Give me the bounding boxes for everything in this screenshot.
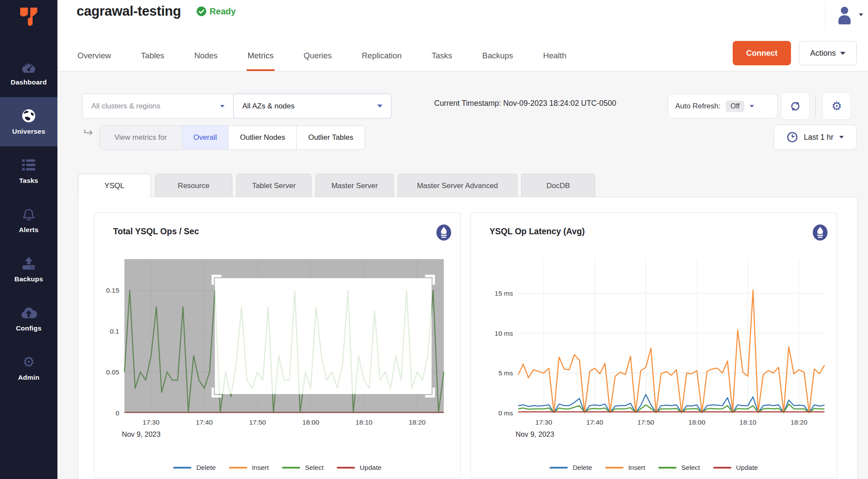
clock-icon bbox=[787, 132, 798, 143]
dashboard-icon bbox=[21, 59, 37, 74]
auto-refresh-control[interactable]: Auto Refresh: Off bbox=[668, 94, 778, 118]
sidebar-item-dashboard[interactable]: Dashboard bbox=[0, 48, 57, 97]
prometheus-link-button[interactable] bbox=[436, 224, 452, 242]
view-option-overall[interactable]: Overall bbox=[182, 126, 229, 149]
legend-item-update[interactable]: Update bbox=[337, 464, 382, 472]
tab-replication[interactable]: Replication bbox=[361, 51, 402, 71]
refresh-button[interactable] bbox=[781, 92, 810, 120]
svg-text:18:00: 18:00 bbox=[302, 418, 319, 426]
svg-text:0.15: 0.15 bbox=[106, 287, 119, 294]
tab-overview[interactable]: Overview bbox=[77, 51, 112, 71]
gear-icon: ⚙ bbox=[831, 99, 842, 113]
chevron-down-icon bbox=[750, 105, 754, 108]
tab-tables[interactable]: Tables bbox=[140, 51, 165, 71]
azs-nodes-select[interactable]: All AZs & nodes bbox=[233, 94, 392, 118]
check-circle-icon bbox=[197, 7, 206, 16]
svg-text:0 ms: 0 ms bbox=[498, 409, 513, 417]
svg-text:17:40: 17:40 bbox=[196, 418, 213, 426]
metric-tab-tablet-server[interactable]: Tablet Server bbox=[236, 174, 312, 197]
legend-item-insert[interactable]: Insert bbox=[605, 464, 645, 472]
sidebar-item-label: Configs bbox=[16, 324, 41, 332]
backups-icon bbox=[21, 256, 36, 271]
view-option-outlier-tables[interactable]: Outlier Tables bbox=[297, 126, 365, 149]
legend-item-delete[interactable]: Delete bbox=[550, 464, 592, 472]
tab-metrics[interactable]: Metrics bbox=[247, 51, 275, 71]
metric-tab-master-server[interactable]: Master Server bbox=[315, 174, 394, 197]
svg-text:18:20: 18:20 bbox=[791, 418, 808, 426]
svg-text:15 ms: 15 ms bbox=[495, 290, 513, 297]
filters-row: All clusters & regions All AZs & nodes C… bbox=[57, 71, 868, 124]
legend-swatch bbox=[658, 467, 677, 469]
sidebar-item-configs[interactable]: Configs bbox=[0, 294, 57, 343]
clusters-regions-value: All clusters & regions bbox=[91, 102, 161, 111]
current-timestamp: Current Timestamp: Nov-09-2023 18:24:02 … bbox=[434, 99, 616, 108]
svg-text:Nov 9, 2023: Nov 9, 2023 bbox=[122, 430, 161, 438]
legend-label: Update bbox=[736, 464, 758, 472]
legend-item-insert[interactable]: Insert bbox=[229, 464, 269, 472]
auto-refresh-label: Auto Refresh: bbox=[675, 102, 721, 111]
legend-label: Select bbox=[681, 464, 700, 472]
svg-text:0.1: 0.1 bbox=[110, 327, 119, 335]
chevron-down-icon bbox=[220, 105, 225, 108]
tab-queries[interactable]: Queries bbox=[303, 51, 333, 71]
sidebar-item-universes[interactable]: Universes bbox=[0, 97, 57, 146]
view-option-outlier-nodes[interactable]: Outlier Nodes bbox=[228, 126, 297, 149]
yugabyte-logo-icon bbox=[18, 5, 40, 29]
svg-text:0.05: 0.05 bbox=[106, 368, 119, 376]
configs-icon bbox=[20, 305, 37, 320]
tab-nodes[interactable]: Nodes bbox=[194, 51, 218, 71]
chevron-down-icon bbox=[859, 13, 863, 16]
metric-group-tabs: YSQLResourceTablet ServerMaster ServerMa… bbox=[78, 174, 595, 197]
chart-plot-area[interactable]: 00.050.10.1517:3017:4017:5018:0018:1018:… bbox=[94, 243, 461, 443]
prometheus-link-button[interactable] bbox=[812, 224, 828, 242]
settings-button[interactable]: ⚙ bbox=[822, 92, 851, 120]
legend-swatch bbox=[713, 467, 731, 469]
metric-tab-master-server-advanced[interactable]: Master Server Advanced bbox=[398, 174, 517, 197]
legend-item-select[interactable]: Select bbox=[658, 464, 700, 472]
actions-label: Actions bbox=[810, 49, 836, 58]
legend-label: Delete bbox=[573, 464, 592, 472]
clusters-regions-select[interactable]: All clusters & regions bbox=[82, 94, 234, 118]
actions-button[interactable]: Actions bbox=[799, 41, 857, 65]
universes-icon bbox=[21, 108, 36, 124]
time-range-select[interactable]: Last 1 hr bbox=[774, 125, 857, 150]
metric-tab-resource[interactable]: Resource bbox=[155, 174, 232, 197]
chart-title: YSQL Op Latency (Avg) bbox=[489, 226, 585, 236]
admin-icon: ⚙ bbox=[23, 354, 35, 370]
chart-title: Total YSQL Ops / Sec bbox=[113, 226, 199, 236]
header: cagrawal-testing Ready OverviewTablesNod… bbox=[57, 0, 868, 71]
sidebar-item-tasks[interactable]: Tasks bbox=[0, 146, 57, 196]
legend-item-delete[interactable]: Delete bbox=[173, 464, 216, 472]
svg-text:18:00: 18:00 bbox=[688, 418, 705, 426]
user-menu[interactable] bbox=[835, 5, 863, 24]
view-scope-row: ↪ View metrics forOverallOutlier NodesOu… bbox=[57, 124, 868, 154]
metric-tab-docdb[interactable]: DocDB bbox=[521, 174, 595, 197]
connect-button[interactable]: Connect bbox=[733, 41, 791, 65]
page-title: cagrawal-testing bbox=[77, 3, 181, 19]
metric-tab-ysql[interactable]: YSQL bbox=[78, 174, 151, 197]
tab-health[interactable]: Health bbox=[542, 51, 567, 71]
svg-text:18:20: 18:20 bbox=[409, 418, 426, 426]
chart-plot-area[interactable]: 0 ms5 ms10 ms15 ms17:3017:4017:5018:0018… bbox=[471, 243, 838, 443]
universe-tabs: OverviewTablesNodesMetricsQueriesReplica… bbox=[77, 51, 567, 71]
view-metrics-label: View metrics for bbox=[100, 126, 182, 149]
sidebar-item-backups[interactable]: Backups bbox=[0, 245, 57, 294]
yugabyte-logo[interactable] bbox=[0, 0, 57, 29]
alerts-icon bbox=[21, 206, 36, 222]
sidebar-item-admin[interactable]: ⚙ Admin bbox=[0, 343, 57, 392]
legend-label: Insert bbox=[628, 464, 645, 472]
chevron-down-icon bbox=[377, 105, 382, 108]
chevron-down-icon bbox=[840, 52, 845, 55]
header-divider bbox=[825, 3, 825, 31]
user-avatar-icon bbox=[835, 5, 854, 24]
status-badge: Ready bbox=[197, 7, 236, 17]
auto-refresh-value: Off bbox=[726, 101, 744, 112]
chart-card-ysql-ops: Total YSQL Ops / Sec 00.050.10.1517:3017… bbox=[94, 213, 461, 478]
tab-backups[interactable]: Backups bbox=[481, 51, 514, 71]
legend-item-update[interactable]: Update bbox=[713, 464, 758, 472]
tab-tasks[interactable]: Tasks bbox=[431, 51, 453, 71]
legend-item-select[interactable]: Select bbox=[282, 464, 324, 472]
redirect-arrow-icon: ↪ bbox=[83, 125, 93, 139]
sidebar-item-alerts[interactable]: Alerts bbox=[0, 196, 57, 245]
time-range-value: Last 1 hr bbox=[804, 133, 833, 142]
